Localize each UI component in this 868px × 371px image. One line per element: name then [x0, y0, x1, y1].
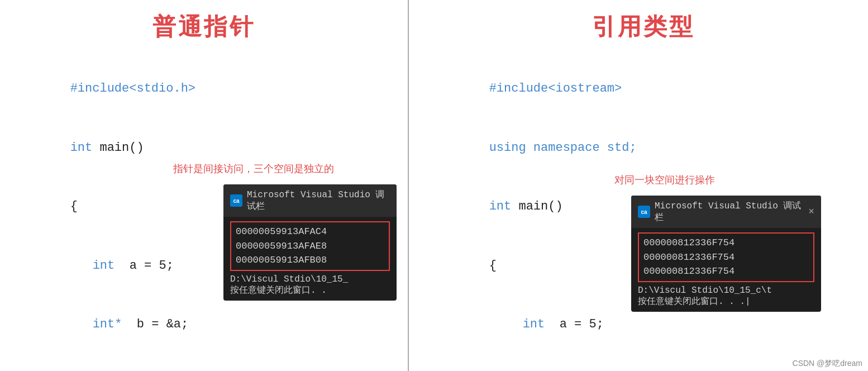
- vs-addr-left-2: 00000059913AFAE8: [236, 239, 384, 254]
- right-include: #include<iostream>: [430, 59, 868, 118]
- vs-addresses-left: 00000059913AFAC4 00000059913AFAE8 000000…: [230, 221, 390, 271]
- vs-path-left: D:\Viscul Stdio\10_15_: [230, 274, 390, 284]
- vs-hint-right: 按任意键关闭此窗口. . .|: [638, 296, 814, 307]
- vs-popup-left-header: ca Microsoft Visual Studio 调试栏: [223, 184, 397, 217]
- vs-popup-right-header: ca Microsoft Visual Studio 调试栏 ×: [631, 196, 821, 228]
- right-using: using namespace std;: [430, 118, 868, 178]
- vs-icon-right: ca: [638, 206, 650, 218]
- vs-popup-left-title: Microsoft Visual Studio 调试栏: [247, 189, 390, 212]
- left-include: #include<stdio.h>: [11, 59, 408, 118]
- vs-addr-right-3: 000000812336F754: [643, 264, 809, 279]
- vs-close-button[interactable]: ×: [808, 206, 814, 217]
- right-panel: 引用类型 #include<iostream> using namespace …: [408, 0, 868, 371]
- right-annotation: 对同一块空间进行操作: [614, 173, 715, 187]
- vs-popup-right-title: Microsoft Visual Studio 调试栏: [655, 200, 808, 223]
- vs-addr-right-1: 000000812336F754: [643, 236, 809, 250]
- vs-addr-right-2: 000000812336F754: [643, 250, 809, 265]
- left-annotation: 指针是间接访问，三个空间是独立的: [173, 162, 334, 175]
- right-title: 引用类型: [419, 11, 868, 42]
- vs-popup-left-body: 00000059913AFAC4 00000059913AFAE8 000000…: [223, 217, 397, 301]
- vs-addresses-right: 000000812336F754 000000812336F754 000000…: [638, 232, 814, 282]
- vs-popup-right: ca Microsoft Visual Studio 调试栏 × 0000008…: [631, 196, 821, 312]
- page-container: 普通指针 #include<stdio.h> int main() { int …: [0, 0, 868, 371]
- left-panel: 普通指针 #include<stdio.h> int main() { int …: [0, 0, 408, 371]
- csdn-watermark: CSDN @梦呓dream: [793, 359, 862, 369]
- vs-popup-right-body: 000000812336F754 000000812336F754 000000…: [631, 228, 821, 312]
- left-line2: int* b = &a;: [11, 295, 408, 354]
- vs-path-right: D:\Viscul Stdio\10_15_c\t: [638, 286, 814, 296]
- vs-popup-left: ca Microsoft Visual Studio 调试栏 000000599…: [223, 184, 397, 301]
- left-title: 普通指针: [0, 11, 408, 42]
- vs-hint-left: 按任意键关闭此窗口. .: [230, 284, 390, 296]
- panel-divider: [408, 0, 409, 371]
- vs-addr-left-3: 00000059913AFB08: [236, 253, 384, 268]
- vs-addr-left-1: 00000059913AFAC4: [236, 225, 384, 239]
- vs-icon-left: ca: [230, 194, 242, 207]
- left-line3: int** c = &b;: [11, 354, 408, 371]
